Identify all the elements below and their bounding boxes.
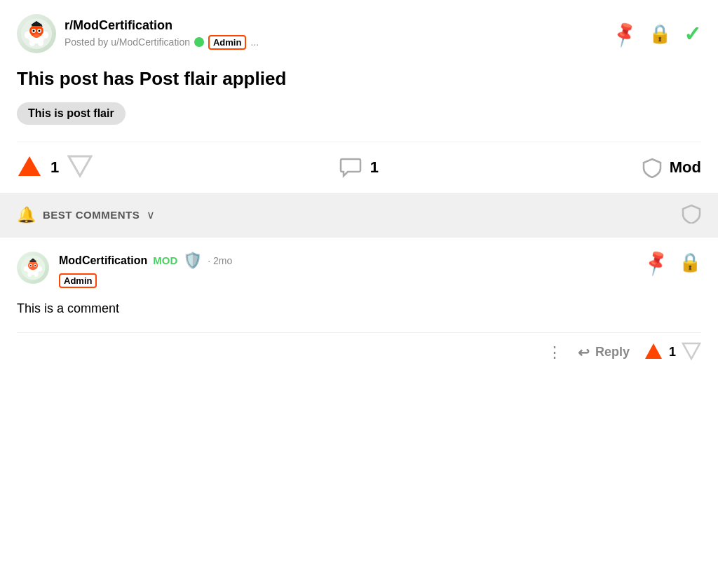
upvote-button[interactable] (17, 153, 42, 182)
online-dot (194, 37, 204, 47)
post-header-right: 📌 🔒 ✓ (614, 22, 701, 46)
more-dots[interactable]: ... (250, 36, 259, 48)
mod-text-badge: MOD (153, 254, 177, 266)
pin-icon[interactable]: 📌 (609, 19, 639, 49)
svg-point-22 (30, 265, 32, 266)
mod-shield-icon (642, 157, 663, 178)
comments-sort-bar: 🔔 BEST COMMENTS ∨ (0, 193, 718, 238)
svg-rect-8 (32, 24, 41, 26)
comment-header-right: 📌 🔒 (645, 252, 701, 273)
sort-label: BEST COMMENTS (43, 209, 140, 221)
mod-label: Mod (670, 158, 701, 177)
comment-item: ModCertification MOD 🛡️ · 2mo Admin 📌 🔒 … (0, 238, 718, 378)
comment-avatar[interactable] (17, 252, 49, 284)
post-flair[interactable]: This is post flair (17, 102, 126, 125)
reply-button[interactable]: ↩ Reply (578, 344, 630, 361)
comment-user-line: ModCertification MOD 🛡️ · 2mo (59, 252, 232, 270)
comment-header: ModCertification MOD 🛡️ · 2mo Admin 📌 🔒 (17, 252, 701, 288)
comment-admin-badge: Admin (59, 273, 97, 288)
mod-section[interactable]: Mod (473, 157, 701, 178)
svg-point-27 (39, 266, 43, 271)
comment-admin-line: Admin (59, 273, 232, 288)
post-container: r/ModCertification Posted by u/ModCertif… (0, 0, 718, 193)
svg-point-13 (29, 39, 35, 46)
comment-pin-icon[interactable]: 📌 (641, 247, 671, 278)
svg-marker-15 (18, 156, 41, 176)
lock-icon[interactable]: 🔒 (649, 23, 671, 45)
sort-left: 🔔 BEST COMMENTS ∨ (17, 206, 155, 224)
comments-section-btn[interactable]: 1 (245, 156, 473, 179)
comment-vote-count: 1 (669, 345, 676, 360)
downvote-button[interactable] (67, 153, 93, 182)
sort-right (682, 204, 701, 226)
comment-actions: ⋮ ↩ Reply 1 (17, 332, 701, 364)
vote-count: 1 (50, 158, 59, 177)
comment-upvote-button[interactable] (644, 341, 663, 364)
comment-icon (339, 156, 362, 179)
svg-point-29 (34, 272, 39, 277)
comment-username[interactable]: ModCertification (59, 254, 147, 267)
svg-point-23 (34, 265, 36, 266)
svg-point-26 (24, 266, 28, 271)
mod-shield-emoji: 🛡️ (183, 252, 202, 270)
reply-label: Reply (595, 345, 630, 360)
post-header-left: r/ModCertification Posted by u/ModCertif… (17, 14, 259, 53)
comment-count: 1 (370, 158, 379, 177)
bell-icon: 🔔 (17, 206, 36, 224)
shield-outline-icon (682, 204, 701, 224)
reply-arrow-icon: ↩ (578, 344, 590, 361)
post-actions: 1 1 Mod (17, 142, 701, 193)
comment-lock-icon[interactable]: 🔒 (679, 252, 701, 273)
svg-rect-24 (29, 261, 36, 262)
svg-marker-31 (683, 343, 700, 359)
comment-vote-section: 1 (644, 341, 701, 364)
svg-point-6 (39, 30, 41, 32)
chevron-down-icon[interactable]: ∨ (147, 208, 155, 221)
svg-point-12 (43, 32, 48, 39)
check-icon[interactable]: ✓ (684, 22, 701, 46)
comment-downvote-button[interactable] (682, 341, 701, 364)
svg-point-5 (33, 30, 35, 32)
subreddit-name[interactable]: r/ModCertification (65, 18, 259, 33)
post-header: r/ModCertification Posted by u/ModCertif… (17, 14, 701, 53)
post-title: This post has Post flair applied (17, 67, 701, 91)
post-meta: r/ModCertification Posted by u/ModCertif… (65, 18, 259, 50)
svg-point-14 (38, 39, 43, 46)
admin-badge: Admin (208, 35, 246, 50)
svg-marker-16 (69, 156, 91, 176)
subreddit-avatar[interactable] (17, 14, 56, 53)
comment-header-left: ModCertification MOD 🛡️ · 2mo Admin (17, 252, 232, 288)
vote-section: 1 (17, 153, 245, 182)
svg-point-7 (33, 34, 40, 38)
more-options-button[interactable]: ⋮ (547, 343, 564, 362)
comment-time: · 2mo (208, 255, 232, 266)
posted-by-text: Posted by u/ModCertification (65, 36, 190, 48)
comment-text: This is a comment (17, 299, 701, 318)
comment-user-info: ModCertification MOD 🛡️ · 2mo Admin (59, 252, 232, 288)
svg-point-28 (27, 272, 32, 277)
comments-section: 🔔 BEST COMMENTS ∨ (0, 193, 718, 378)
posted-by: Posted by u/ModCertification Admin ... (65, 35, 259, 50)
svg-marker-30 (645, 343, 662, 359)
svg-point-11 (25, 32, 30, 39)
